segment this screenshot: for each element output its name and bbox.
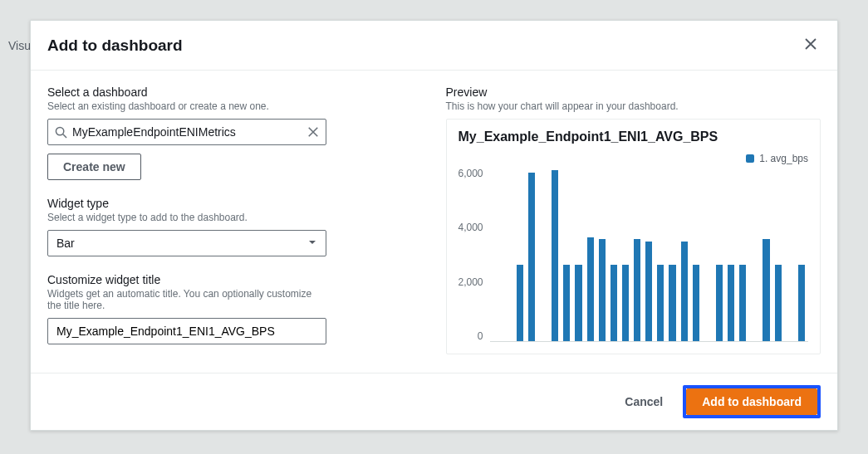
chart-bar — [798, 265, 805, 341]
customize-title-label: Customize widget title — [47, 273, 326, 286]
chart-bar — [657, 265, 664, 341]
chart-bar — [645, 242, 652, 341]
widget-type-desc: Select a widget type to add to the dashb… — [47, 212, 326, 223]
widget-type-value: Bar — [56, 237, 307, 250]
y-axis: 6,0004,0002,0000 — [459, 168, 490, 342]
close-button[interactable] — [801, 34, 821, 56]
add-to-dashboard-modal: Add to dashboard Select a dashboard Sele… — [30, 20, 838, 431]
chart-bar — [669, 265, 675, 341]
chart-bar — [552, 170, 558, 341]
widget-title-input[interactable] — [47, 318, 326, 344]
chart-bar — [681, 242, 688, 341]
chart-bar — [728, 265, 734, 341]
legend-label: 1. avg_bps — [759, 153, 808, 164]
chart-bar — [517, 265, 523, 341]
widget-type-label: Widget type — [47, 197, 326, 210]
primary-highlight: Add to dashboard — [683, 385, 821, 418]
add-to-dashboard-button[interactable]: Add to dashboard — [686, 388, 817, 415]
chart-bar — [587, 237, 594, 341]
close-icon — [804, 37, 817, 53]
y-tick: 4,000 — [459, 222, 483, 233]
chart-bar — [599, 239, 606, 341]
chart-bar — [575, 265, 581, 341]
chart-bar — [622, 265, 629, 341]
select-dashboard-label: Select a dashboard — [47, 85, 326, 99]
chart-bar — [775, 265, 782, 341]
chevron-down-icon — [307, 237, 317, 250]
y-tick: 0 — [478, 330, 483, 342]
y-tick: 6,000 — [459, 168, 483, 179]
customize-title-desc: Widgets get an automatic title. You can … — [47, 288, 326, 311]
widget-type-select[interactable]: Bar — [47, 230, 326, 256]
chart-bar — [716, 265, 723, 341]
chart-bar — [763, 239, 769, 341]
clear-icon[interactable] — [307, 126, 319, 138]
chart-bar — [528, 173, 535, 341]
dashboard-search-input[interactable] — [72, 120, 307, 144]
chart-area: 6,0004,0002,0000 — [459, 168, 809, 342]
chart-title: My_Example_Endpoint1_ENI1_AVG_BPS — [459, 129, 809, 144]
preview-label: Preview — [446, 85, 821, 99]
backdrop-text: Visu — [8, 39, 31, 52]
select-dashboard-desc: Select an existing dashboard or create a… — [47, 100, 326, 112]
y-tick: 2,000 — [459, 276, 483, 288]
chart-bar — [611, 265, 617, 341]
bars-wrap — [490, 168, 808, 342]
svg-point-0 — [56, 127, 63, 134]
preview-panel: My_Example_Endpoint1_ENI1_AVG_BPS 1. avg… — [446, 119, 821, 354]
create-new-button[interactable]: Create new — [47, 154, 141, 180]
chart-bar — [739, 265, 746, 341]
modal-header: Add to dashboard — [31, 21, 837, 71]
preview-desc: This is how your chart will appear in yo… — [446, 100, 821, 112]
chart-bar — [693, 265, 699, 341]
chart-legend: 1. avg_bps — [459, 153, 809, 164]
legend-swatch — [746, 154, 754, 163]
chart-bars — [490, 168, 808, 341]
modal-footer: Cancel Add to dashboard — [31, 373, 837, 430]
chart-bar — [563, 265, 570, 341]
chart-bar — [634, 239, 640, 341]
dashboard-search-wrap[interactable] — [47, 119, 326, 145]
cancel-button[interactable]: Cancel — [616, 390, 671, 413]
modal-title: Add to dashboard — [47, 37, 183, 55]
search-icon — [55, 126, 67, 139]
